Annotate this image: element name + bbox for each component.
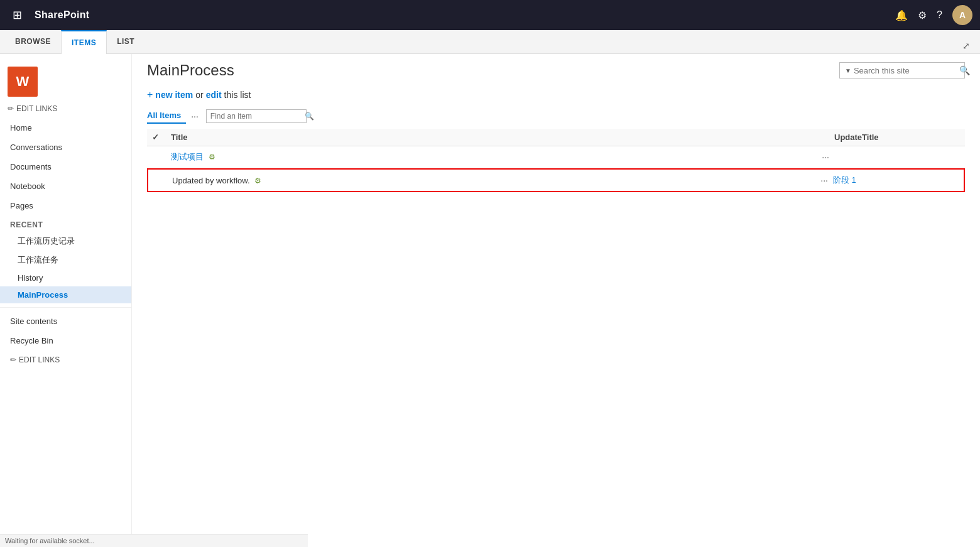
row-title-2: Updated by workflow. ⚙ (172, 176, 820, 185)
pencil-icon-top: ✏ (8, 104, 14, 113)
table-row[interactable]: 测试项目 ⚙ ··· (147, 146, 965, 168)
sidebar-item-pages[interactable]: Pages (0, 196, 131, 215)
ribbon-tabs: BROWSE ITEMS LIST ⤢ (0, 30, 980, 54)
new-item-bar: + new item or edit this list (132, 84, 980, 106)
row-update-2: 阶段 1 (833, 175, 959, 186)
tab-items[interactable]: ITEMS (61, 30, 107, 54)
ribbon-right: ⤢ (957, 38, 975, 53)
new-item-or-text: or (195, 90, 203, 100)
views-bar: All Items ··· 🔍 (132, 106, 980, 126)
row-title-1: 测试项目 ⚙ (171, 151, 822, 163)
maximize-icon[interactable]: ⤢ (957, 38, 975, 53)
site-logo: W (8, 67, 38, 97)
edit-links-top[interactable]: ✏ EDIT LINKS (0, 102, 131, 116)
status-text: Waiting for available socket... (5, 537, 95, 544)
page-title: MainProcess (147, 62, 234, 79)
col-title-header: Title (171, 133, 834, 142)
row-title-link-2: Updated by workflow. (172, 176, 250, 185)
sidebar-item-notebook[interactable]: Notebook (0, 176, 131, 196)
sidebar-item-history[interactable]: History (0, 269, 131, 286)
list-table: ✓ Title UpdateTitle 测试项目 ⚙ ··· Updated b… (147, 129, 965, 192)
search-dropdown-arrow[interactable]: ▼ (845, 67, 851, 74)
recent-section-label: Recent (0, 215, 131, 232)
edit-list-link[interactable]: edit (206, 90, 222, 100)
list-header: ✓ Title UpdateTitle (147, 129, 965, 146)
row-update-link-2[interactable]: 阶段 1 (833, 175, 856, 185)
user-avatar[interactable]: A (952, 5, 972, 25)
waffle-icon[interactable]: ⊞ (8, 6, 27, 24)
view-tab-all-items[interactable]: All Items (147, 108, 186, 124)
sidebar: W ✏ EDIT LINKS Home Conversations Docume… (0, 54, 132, 547)
top-bar: ⊞ SharePoint 🔔 ⚙ ? A (0, 0, 980, 30)
sidebar-item-mainprocess[interactable]: MainProcess (0, 286, 131, 303)
views-ellipsis[interactable]: ··· (191, 111, 199, 121)
row-ellipsis-2[interactable]: ··· (820, 175, 828, 185)
tab-browse[interactable]: BROWSE (5, 30, 61, 53)
table-row[interactable]: Updated by workflow. ⚙ ··· 阶段 1 (147, 168, 965, 192)
search-input[interactable] (854, 66, 959, 75)
tab-list[interactable]: LIST (107, 30, 144, 53)
edit-suffix-text: this list (224, 90, 251, 100)
row-gear-icon-1: ⚙ (209, 153, 215, 161)
settings-icon[interactable]: ⚙ (918, 9, 927, 21)
content-header: MainProcess ▼ 🔍 (132, 54, 980, 84)
search-magnify-icon[interactable]: 🔍 (959, 65, 970, 75)
find-item-box[interactable]: 🔍 (206, 109, 307, 123)
sidebar-item-site-contents[interactable]: Site contents (0, 311, 131, 331)
help-icon[interactable]: ? (937, 9, 942, 21)
nav-divider (0, 307, 131, 308)
edit-links-bottom[interactable]: ✏ EDIT LINKS (0, 350, 131, 367)
row-title-link-1[interactable]: 测试项目 (171, 152, 204, 161)
search-box[interactable]: ▼ 🔍 (839, 62, 965, 79)
col-check-header: ✓ (152, 133, 171, 142)
main-layout: W ✏ EDIT LINKS Home Conversations Docume… (0, 54, 980, 547)
new-item-link[interactable]: new item (155, 90, 193, 100)
col-update-header: UpdateTitle (834, 133, 960, 142)
notification-icon[interactable]: 🔔 (895, 9, 908, 21)
top-bar-right: 🔔 ⚙ ? A (895, 5, 972, 25)
nav-items: Home Conversations Documents Notebook Pa… (0, 118, 131, 350)
sidebar-item-documents[interactable]: Documents (0, 157, 131, 176)
sidebar-item-workflow-tasks[interactable]: 工作流任务 (0, 251, 131, 269)
new-item-plus-icon: + (147, 89, 153, 100)
find-item-input[interactable] (210, 112, 305, 121)
find-icon[interactable]: 🔍 (305, 112, 314, 121)
sidebar-logo-area: W (0, 59, 131, 102)
sidebar-item-home[interactable]: Home (0, 118, 131, 138)
status-bar: Waiting for available socket... (0, 534, 308, 547)
pencil-icon-bottom: ✏ (10, 355, 16, 364)
row-gear-icon-2: ⚙ (254, 176, 261, 185)
brand-name: SharePoint (35, 9, 89, 21)
sidebar-item-conversations[interactable]: Conversations (0, 138, 131, 157)
sidebar-item-workflow-history[interactable]: 工作流历史记录 (0, 232, 131, 251)
sidebar-item-recycle-bin[interactable]: Recycle Bin (0, 331, 131, 350)
content-area: MainProcess ▼ 🔍 + new item or edit this … (132, 54, 980, 547)
row-ellipsis-1[interactable]: ··· (822, 152, 829, 162)
